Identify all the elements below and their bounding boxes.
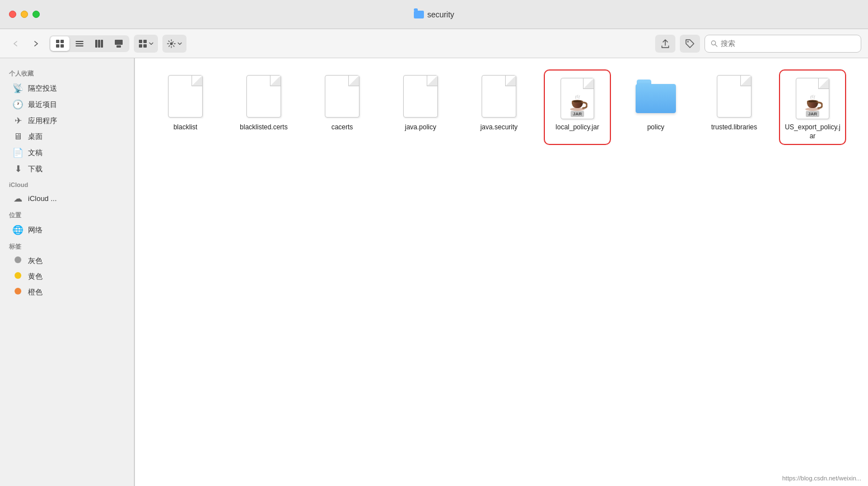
sidebar-item-airdrop[interactable]: 📡 隔空投送	[3, 80, 130, 96]
svg-rect-9	[101, 40, 103, 48]
sidebar-item-icloud[interactable]: ☁ iCloud ...	[3, 190, 130, 207]
window-controls	[9, 11, 40, 18]
file-item-java-security[interactable]: java.security	[465, 69, 533, 145]
file-item-policy[interactable]: policy	[622, 69, 689, 145]
sidebar-label-icloud: iCloud ...	[28, 194, 57, 203]
view-list-button[interactable]	[70, 36, 89, 51]
svg-point-21	[15, 272, 21, 279]
search-box	[704, 35, 861, 53]
window-title-text: security	[427, 10, 454, 19]
file-item-trusted-libraries[interactable]: trusted.libraries	[701, 69, 768, 145]
minimize-button[interactable]	[21, 11, 28, 18]
content-area: blacklist blacklisted.certs cacerts java…	[135, 58, 868, 486]
sidebar-section-location: 位置	[0, 207, 134, 222]
file-icon-blacklisted-certs	[241, 74, 286, 119]
jar-label-2: JAR	[806, 111, 819, 117]
toolbar	[0, 29, 868, 58]
sidebar-item-recents[interactable]: 🕐 最近项目	[3, 96, 130, 113]
back-button[interactable]	[7, 35, 25, 53]
sidebar-item-tag-gray[interactable]: 灰色	[3, 253, 130, 269]
view-icon-button[interactable]	[50, 36, 69, 51]
sidebar-item-desktop[interactable]: 🖥 桌面	[3, 129, 130, 144]
file-name-java-policy: java.policy	[405, 123, 436, 132]
file-name-us-export-policy-jar: US_export_policy.jar	[783, 123, 842, 141]
svg-point-17	[687, 41, 688, 42]
close-button[interactable]	[9, 11, 16, 18]
sidebar-label-recents: 最近项目	[28, 100, 57, 110]
file-item-java-policy[interactable]: java.policy	[387, 69, 454, 145]
main-layout: 个人收藏 📡 隔空投送 🕐 最近项目 ✈ 应用程序 🖥 桌面 📄 文稿 ⬇ 下载…	[0, 58, 868, 486]
tag-orange-icon	[12, 287, 24, 297]
svg-point-22	[15, 288, 21, 295]
file-icon-local-policy-jar: JAR	[555, 74, 600, 119]
sidebar-label-network: 网络	[28, 225, 43, 235]
view-toggle	[49, 35, 129, 52]
file-name-policy: policy	[647, 123, 665, 132]
sidebar-item-tag-orange[interactable]: 橙色	[3, 284, 130, 300]
sidebar-item-downloads[interactable]: ⬇ 下载	[3, 161, 130, 177]
file-name-java-security: java.security	[480, 123, 518, 132]
svg-line-19	[715, 45, 717, 46]
documents-icon: 📄	[12, 147, 24, 158]
file-item-us-export-policy-jar[interactable]: JAR US_export_policy.jar	[779, 69, 846, 145]
cover-icon	[114, 39, 123, 48]
svg-rect-15	[143, 44, 147, 48]
file-item-blacklist[interactable]: blacklist	[152, 69, 219, 145]
file-item-local-policy-jar[interactable]: JAR local_policy.jar	[544, 69, 611, 145]
gear-icon	[167, 39, 176, 48]
sidebar-section-favorites: 个人收藏	[0, 65, 134, 80]
search-input[interactable]	[721, 39, 855, 48]
share-button[interactable]	[655, 35, 675, 53]
file-icon-policy	[633, 74, 678, 119]
file-item-cacerts[interactable]: cacerts	[309, 69, 376, 145]
sidebar-label-applications: 应用程序	[28, 116, 57, 126]
svg-rect-1	[60, 40, 64, 43]
svg-rect-3	[60, 44, 64, 48]
file-name-trusted-libraries: trusted.libraries	[711, 123, 757, 132]
svg-rect-11	[116, 45, 121, 48]
nav-buttons	[7, 35, 45, 53]
sidebar-item-applications[interactable]: ✈ 应用程序	[3, 113, 130, 129]
back-icon	[11, 39, 20, 48]
forward-icon	[31, 39, 40, 48]
svg-rect-13	[143, 40, 147, 43]
view-column-button[interactable]	[90, 36, 109, 51]
window-title: security	[414, 10, 454, 19]
downloads-icon: ⬇	[12, 163, 24, 174]
settings-button[interactable]	[162, 35, 186, 53]
sidebar-item-network[interactable]: 🌐 网络	[3, 222, 130, 238]
tag-yellow-icon	[12, 272, 24, 282]
title-folder-icon	[414, 11, 424, 18]
file-item-blacklisted-certs[interactable]: blacklisted.certs	[230, 69, 297, 145]
view-cover-button[interactable]	[109, 36, 128, 51]
svg-rect-12	[139, 40, 142, 43]
file-name-blacklist: blacklist	[174, 123, 198, 132]
file-name-blacklisted-certs: blacklisted.certs	[240, 123, 287, 132]
share-icon	[660, 39, 670, 49]
forward-button[interactable]	[27, 35, 45, 53]
sidebar-section-tags: 标签	[0, 238, 134, 253]
sidebar-label-tag-yellow: 黄色	[28, 272, 43, 282]
tag-button[interactable]	[680, 35, 700, 53]
settings-chevron-icon	[178, 41, 182, 46]
arrange-chevron-icon	[149, 41, 153, 46]
file-icon-blacklist	[163, 74, 208, 119]
sidebar: 个人收藏 📡 隔空投送 🕐 最近项目 ✈ 应用程序 🖥 桌面 📄 文稿 ⬇ 下载…	[0, 58, 134, 486]
sidebar-item-tag-yellow[interactable]: 黄色	[3, 269, 130, 284]
icloud-icon: ☁	[12, 193, 24, 204]
svg-rect-14	[139, 44, 142, 48]
arrange-button[interactable]	[134, 35, 158, 53]
sidebar-label-downloads: 下载	[28, 164, 43, 174]
svg-rect-6	[76, 45, 83, 46]
applications-icon: ✈	[12, 115, 24, 126]
tag-icon	[685, 39, 695, 49]
sidebar-item-documents[interactable]: 📄 文稿	[3, 144, 130, 161]
airdrop-icon: 📡	[12, 83, 24, 94]
maximize-button[interactable]	[32, 11, 40, 18]
file-icon-trusted-libraries	[712, 74, 757, 119]
svg-point-18	[711, 41, 715, 45]
svg-rect-2	[56, 44, 59, 48]
sidebar-section-icloud: iCloud	[0, 177, 134, 190]
svg-point-25	[573, 100, 582, 102]
network-icon: 🌐	[12, 225, 24, 235]
